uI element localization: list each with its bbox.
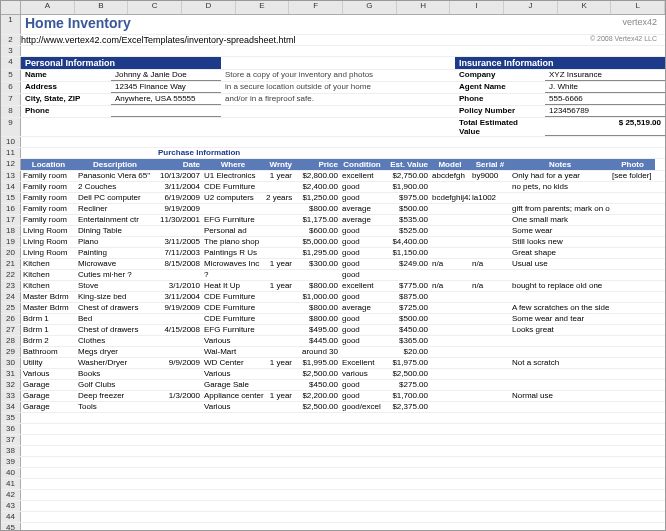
cell-where[interactable]: CDE Furniture xyxy=(202,182,264,192)
cell-condition[interactable]: excellent xyxy=(340,171,384,181)
table-row[interactable]: 24 Master Bdrm King-size bed 3/11/2004 C… xyxy=(1,292,665,303)
cell-description[interactable]: Dining Table xyxy=(76,226,154,236)
cell-photo[interactable] xyxy=(610,237,655,247)
cell-where[interactable]: Paintings R Us xyxy=(202,248,264,258)
cell-model[interactable] xyxy=(430,248,470,258)
cell-description[interactable]: Cuties mi·her ? xyxy=(76,270,154,280)
cell-photo[interactable] xyxy=(610,226,655,236)
cell-wrnty[interactable] xyxy=(264,182,294,192)
cell-price[interactable]: $800.00 xyxy=(294,281,340,291)
cell-notes[interactable] xyxy=(510,270,610,280)
cell-description[interactable]: King-size bed xyxy=(76,292,154,302)
cell-photo[interactable] xyxy=(610,380,655,390)
cell-model[interactable]: n/a xyxy=(430,281,470,291)
table-row[interactable]: 15 Family room Dell PC computer 6/19/200… xyxy=(1,193,665,204)
row-5[interactable]: 5 NameJohnny & Janie Doe Store a copy of… xyxy=(1,70,665,82)
cell-location[interactable]: Master Bdrm xyxy=(21,292,76,302)
table-row[interactable]: 20 Living Room Painting 7/11/2003 Painti… xyxy=(1,248,665,259)
ins-phone-value[interactable]: 555-6666 xyxy=(545,94,665,105)
cell-location[interactable]: Garage xyxy=(21,402,76,412)
csz-value[interactable]: Anywhere, USA 55555 xyxy=(111,94,221,105)
cell-price[interactable]: $800.00 xyxy=(294,204,340,214)
cell-price[interactable] xyxy=(294,270,340,280)
col-k[interactable]: K xyxy=(558,1,612,14)
cell-description[interactable]: Chest of drawers xyxy=(76,325,154,335)
col-l[interactable]: L xyxy=(611,1,665,14)
cell-model[interactable] xyxy=(430,325,470,335)
cell-description[interactable]: Microwave xyxy=(76,259,154,269)
cell-location[interactable]: Living Room xyxy=(21,237,76,247)
cell-wrnty[interactable] xyxy=(264,369,294,379)
cell-condition[interactable]: good xyxy=(340,292,384,302)
cell-serial[interactable] xyxy=(470,248,510,258)
cell-location[interactable]: Garage xyxy=(21,391,76,401)
cell-wrnty[interactable]: 1 year xyxy=(264,391,294,401)
cell-location[interactable]: Bdrm 1 xyxy=(21,325,76,335)
cell-date[interactable]: 6/19/2009 xyxy=(154,193,202,203)
cell-serial[interactable] xyxy=(470,182,510,192)
cell-price[interactable]: $300.00 xyxy=(294,259,340,269)
cell-est[interactable]: $975.00 xyxy=(384,193,430,203)
cell-where[interactable]: WD Center xyxy=(202,358,264,368)
cell-where[interactable] xyxy=(202,204,264,214)
cell-notes[interactable]: Great shape xyxy=(510,248,610,258)
table-row[interactable]: 16 Family room Recliner 9/19/2009 $800.0… xyxy=(1,204,665,215)
cell-serial[interactable] xyxy=(470,215,510,225)
cell-location[interactable]: Various xyxy=(21,369,76,379)
col-f[interactable]: F xyxy=(289,1,343,14)
cell-serial[interactable] xyxy=(470,270,510,280)
cell-serial[interactable] xyxy=(470,369,510,379)
cell-photo[interactable] xyxy=(610,303,655,313)
row-2[interactable]: 2 http://www.vertex42.com/ExcelTemplates… xyxy=(1,35,665,46)
cell-photo[interactable]: [see folder] xyxy=(610,171,655,181)
cell-est[interactable]: $275.00 xyxy=(384,380,430,390)
cell-date[interactable]: 3/1/2010 xyxy=(154,281,202,291)
cell-wrnty[interactable]: 2 years xyxy=(264,193,294,203)
empty-row[interactable]: 40 xyxy=(1,468,665,479)
cell-wrnty[interactable] xyxy=(264,347,294,357)
cell-where[interactable]: Various xyxy=(202,336,264,346)
table-row[interactable]: 19 Living Room Piano 3/11/2005 The piano… xyxy=(1,237,665,248)
cell-notes[interactable]: One small mark xyxy=(510,215,610,225)
cell-serial[interactable] xyxy=(470,303,510,313)
cell-price[interactable]: $1,175.00 xyxy=(294,215,340,225)
cell-description[interactable]: Clothes xyxy=(76,336,154,346)
cell-wrnty[interactable]: 1 year xyxy=(264,281,294,291)
cell-est[interactable]: $1,975.00 xyxy=(384,358,430,368)
cell-wrnty[interactable] xyxy=(264,380,294,390)
cell-model[interactable] xyxy=(430,314,470,324)
cell-wrnty[interactable]: 1 year xyxy=(264,358,294,368)
cell-wrnty[interactable] xyxy=(264,303,294,313)
cell-where[interactable]: Various xyxy=(202,369,264,379)
cell-location[interactable]: Bathroom xyxy=(21,347,76,357)
cell-wrnty[interactable] xyxy=(264,204,294,214)
cell-price[interactable]: $1,295.00 xyxy=(294,248,340,258)
cell-condition[interactable]: good xyxy=(340,391,384,401)
cell-date[interactable]: 11/30/2001 xyxy=(154,215,202,225)
cell-model[interactable]: abcdefgh xyxy=(430,171,470,181)
cell-notes[interactable] xyxy=(510,292,610,302)
cell-price[interactable]: $800.00 xyxy=(294,303,340,313)
cell-where[interactable]: CDE Furniture xyxy=(202,303,264,313)
col-d[interactable]: D xyxy=(182,1,236,14)
cell-notes[interactable]: Some wear and tear xyxy=(510,314,610,324)
cell-date[interactable]: 8/15/2008 xyxy=(154,259,202,269)
cell-photo[interactable] xyxy=(610,314,655,324)
empty-row[interactable]: 36 xyxy=(1,424,665,435)
cell-est[interactable]: $500.00 xyxy=(384,314,430,324)
cell-serial[interactable] xyxy=(470,402,510,412)
cell-est[interactable]: $20.00 xyxy=(384,347,430,357)
cell-location[interactable]: Family room xyxy=(21,193,76,203)
company-value[interactable]: XYZ Insurance xyxy=(545,70,665,81)
cell-serial[interactable] xyxy=(470,226,510,236)
cell-description[interactable]: 2 Couches xyxy=(76,182,154,192)
cell-model[interactable] xyxy=(430,292,470,302)
cell-est[interactable]: $1,900.00 xyxy=(384,182,430,192)
cell-photo[interactable] xyxy=(610,347,655,357)
cell-serial[interactable] xyxy=(470,292,510,302)
cell-location[interactable]: Family room xyxy=(21,171,76,181)
col-g[interactable]: G xyxy=(343,1,397,14)
cell-wrnty[interactable] xyxy=(264,325,294,335)
cell-condition[interactable]: excellent xyxy=(340,281,384,291)
row-10[interactable]: 10 xyxy=(1,137,665,148)
